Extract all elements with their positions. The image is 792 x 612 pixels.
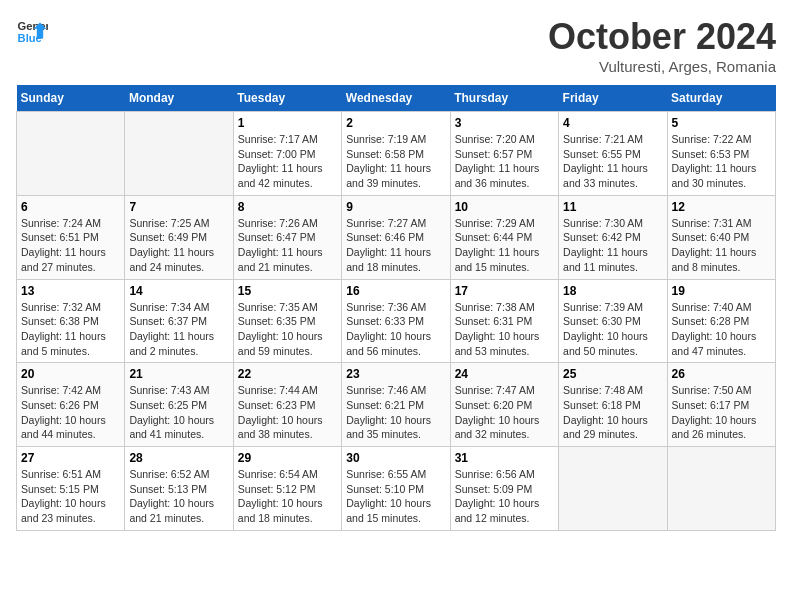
day-cell: 31Sunrise: 6:56 AMSunset: 5:09 PMDayligh… — [450, 447, 558, 531]
day-number: 22 — [238, 367, 337, 381]
day-cell: 11Sunrise: 7:30 AMSunset: 6:42 PMDayligh… — [559, 195, 667, 279]
day-cell: 26Sunrise: 7:50 AMSunset: 6:17 PMDayligh… — [667, 363, 775, 447]
weekday-thursday: Thursday — [450, 85, 558, 112]
day-number: 26 — [672, 367, 771, 381]
day-info: Sunrise: 7:43 AMSunset: 6:25 PMDaylight:… — [129, 383, 228, 442]
day-info: Sunrise: 7:46 AMSunset: 6:21 PMDaylight:… — [346, 383, 445, 442]
day-cell: 25Sunrise: 7:48 AMSunset: 6:18 PMDayligh… — [559, 363, 667, 447]
week-row-5: 27Sunrise: 6:51 AMSunset: 5:15 PMDayligh… — [17, 447, 776, 531]
day-number: 28 — [129, 451, 228, 465]
day-info: Sunrise: 6:56 AMSunset: 5:09 PMDaylight:… — [455, 467, 554, 526]
day-number: 20 — [21, 367, 120, 381]
day-info: Sunrise: 7:20 AMSunset: 6:57 PMDaylight:… — [455, 132, 554, 191]
day-info: Sunrise: 7:24 AMSunset: 6:51 PMDaylight:… — [21, 216, 120, 275]
weekday-tuesday: Tuesday — [233, 85, 341, 112]
day-info: Sunrise: 7:26 AMSunset: 6:47 PMDaylight:… — [238, 216, 337, 275]
day-info: Sunrise: 7:48 AMSunset: 6:18 PMDaylight:… — [563, 383, 662, 442]
day-cell: 23Sunrise: 7:46 AMSunset: 6:21 PMDayligh… — [342, 363, 450, 447]
day-number: 29 — [238, 451, 337, 465]
day-number: 7 — [129, 200, 228, 214]
day-info: Sunrise: 7:21 AMSunset: 6:55 PMDaylight:… — [563, 132, 662, 191]
title-area: October 2024 Vulturesti, Arges, Romania — [548, 16, 776, 75]
logo: General Blue — [16, 16, 48, 48]
day-info: Sunrise: 7:30 AMSunset: 6:42 PMDaylight:… — [563, 216, 662, 275]
weekday-sunday: Sunday — [17, 85, 125, 112]
day-info: Sunrise: 7:34 AMSunset: 6:37 PMDaylight:… — [129, 300, 228, 359]
day-cell: 6Sunrise: 7:24 AMSunset: 6:51 PMDaylight… — [17, 195, 125, 279]
day-cell: 4Sunrise: 7:21 AMSunset: 6:55 PMDaylight… — [559, 112, 667, 196]
day-info: Sunrise: 7:31 AMSunset: 6:40 PMDaylight:… — [672, 216, 771, 275]
day-info: Sunrise: 7:40 AMSunset: 6:28 PMDaylight:… — [672, 300, 771, 359]
day-number: 10 — [455, 200, 554, 214]
calendar-body: 1Sunrise: 7:17 AMSunset: 7:00 PMDaylight… — [17, 112, 776, 531]
day-number: 31 — [455, 451, 554, 465]
day-number: 23 — [346, 367, 445, 381]
day-number: 11 — [563, 200, 662, 214]
day-cell — [667, 447, 775, 531]
weekday-header-row: SundayMondayTuesdayWednesdayThursdayFrid… — [17, 85, 776, 112]
day-info: Sunrise: 7:25 AMSunset: 6:49 PMDaylight:… — [129, 216, 228, 275]
day-cell: 2Sunrise: 7:19 AMSunset: 6:58 PMDaylight… — [342, 112, 450, 196]
day-cell: 9Sunrise: 7:27 AMSunset: 6:46 PMDaylight… — [342, 195, 450, 279]
weekday-saturday: Saturday — [667, 85, 775, 112]
day-info: Sunrise: 7:35 AMSunset: 6:35 PMDaylight:… — [238, 300, 337, 359]
day-number: 1 — [238, 116, 337, 130]
day-cell — [17, 112, 125, 196]
day-cell: 8Sunrise: 7:26 AMSunset: 6:47 PMDaylight… — [233, 195, 341, 279]
day-info: Sunrise: 7:19 AMSunset: 6:58 PMDaylight:… — [346, 132, 445, 191]
day-info: Sunrise: 6:51 AMSunset: 5:15 PMDaylight:… — [21, 467, 120, 526]
day-number: 17 — [455, 284, 554, 298]
month-title: October 2024 — [548, 16, 776, 58]
day-cell: 27Sunrise: 6:51 AMSunset: 5:15 PMDayligh… — [17, 447, 125, 531]
day-info: Sunrise: 7:42 AMSunset: 6:26 PMDaylight:… — [21, 383, 120, 442]
day-cell: 1Sunrise: 7:17 AMSunset: 7:00 PMDaylight… — [233, 112, 341, 196]
day-cell: 28Sunrise: 6:52 AMSunset: 5:13 PMDayligh… — [125, 447, 233, 531]
week-row-4: 20Sunrise: 7:42 AMSunset: 6:26 PMDayligh… — [17, 363, 776, 447]
day-info: Sunrise: 7:32 AMSunset: 6:38 PMDaylight:… — [21, 300, 120, 359]
day-number: 5 — [672, 116, 771, 130]
day-number: 16 — [346, 284, 445, 298]
day-number: 25 — [563, 367, 662, 381]
day-cell: 12Sunrise: 7:31 AMSunset: 6:40 PMDayligh… — [667, 195, 775, 279]
day-info: Sunrise: 7:27 AMSunset: 6:46 PMDaylight:… — [346, 216, 445, 275]
day-cell: 18Sunrise: 7:39 AMSunset: 6:30 PMDayligh… — [559, 279, 667, 363]
day-cell: 10Sunrise: 7:29 AMSunset: 6:44 PMDayligh… — [450, 195, 558, 279]
day-number: 13 — [21, 284, 120, 298]
day-info: Sunrise: 7:44 AMSunset: 6:23 PMDaylight:… — [238, 383, 337, 442]
day-info: Sunrise: 7:29 AMSunset: 6:44 PMDaylight:… — [455, 216, 554, 275]
day-cell — [125, 112, 233, 196]
day-info: Sunrise: 7:39 AMSunset: 6:30 PMDaylight:… — [563, 300, 662, 359]
day-info: Sunrise: 6:55 AMSunset: 5:10 PMDaylight:… — [346, 467, 445, 526]
day-cell: 20Sunrise: 7:42 AMSunset: 6:26 PMDayligh… — [17, 363, 125, 447]
day-cell: 29Sunrise: 6:54 AMSunset: 5:12 PMDayligh… — [233, 447, 341, 531]
day-info: Sunrise: 6:54 AMSunset: 5:12 PMDaylight:… — [238, 467, 337, 526]
day-number: 8 — [238, 200, 337, 214]
day-cell: 7Sunrise: 7:25 AMSunset: 6:49 PMDaylight… — [125, 195, 233, 279]
logo-icon: General Blue — [16, 16, 48, 48]
day-cell: 15Sunrise: 7:35 AMSunset: 6:35 PMDayligh… — [233, 279, 341, 363]
weekday-friday: Friday — [559, 85, 667, 112]
day-cell: 5Sunrise: 7:22 AMSunset: 6:53 PMDaylight… — [667, 112, 775, 196]
header: General Blue October 2024 Vulturesti, Ar… — [16, 16, 776, 75]
day-cell: 13Sunrise: 7:32 AMSunset: 6:38 PMDayligh… — [17, 279, 125, 363]
day-cell: 3Sunrise: 7:20 AMSunset: 6:57 PMDaylight… — [450, 112, 558, 196]
day-cell: 22Sunrise: 7:44 AMSunset: 6:23 PMDayligh… — [233, 363, 341, 447]
weekday-wednesday: Wednesday — [342, 85, 450, 112]
day-info: Sunrise: 7:36 AMSunset: 6:33 PMDaylight:… — [346, 300, 445, 359]
day-number: 19 — [672, 284, 771, 298]
day-number: 15 — [238, 284, 337, 298]
day-number: 3 — [455, 116, 554, 130]
day-cell — [559, 447, 667, 531]
day-number: 24 — [455, 367, 554, 381]
week-row-3: 13Sunrise: 7:32 AMSunset: 6:38 PMDayligh… — [17, 279, 776, 363]
day-number: 30 — [346, 451, 445, 465]
day-number: 14 — [129, 284, 228, 298]
day-cell: 16Sunrise: 7:36 AMSunset: 6:33 PMDayligh… — [342, 279, 450, 363]
calendar-table: SundayMondayTuesdayWednesdayThursdayFrid… — [16, 85, 776, 531]
day-number: 2 — [346, 116, 445, 130]
day-cell: 30Sunrise: 6:55 AMSunset: 5:10 PMDayligh… — [342, 447, 450, 531]
day-number: 27 — [21, 451, 120, 465]
day-info: Sunrise: 7:17 AMSunset: 7:00 PMDaylight:… — [238, 132, 337, 191]
day-cell: 24Sunrise: 7:47 AMSunset: 6:20 PMDayligh… — [450, 363, 558, 447]
day-info: Sunrise: 7:47 AMSunset: 6:20 PMDaylight:… — [455, 383, 554, 442]
